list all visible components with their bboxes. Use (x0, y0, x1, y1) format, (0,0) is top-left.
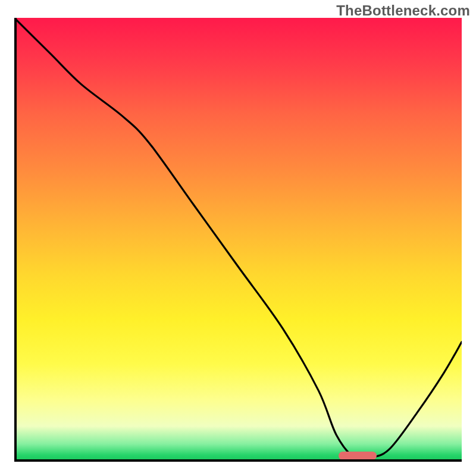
watermark-text: TheBottleneck.com (336, 2, 470, 19)
bottleneck-curve (14, 18, 462, 462)
optimal-range-marker (339, 452, 377, 460)
plot-area (14, 18, 462, 462)
